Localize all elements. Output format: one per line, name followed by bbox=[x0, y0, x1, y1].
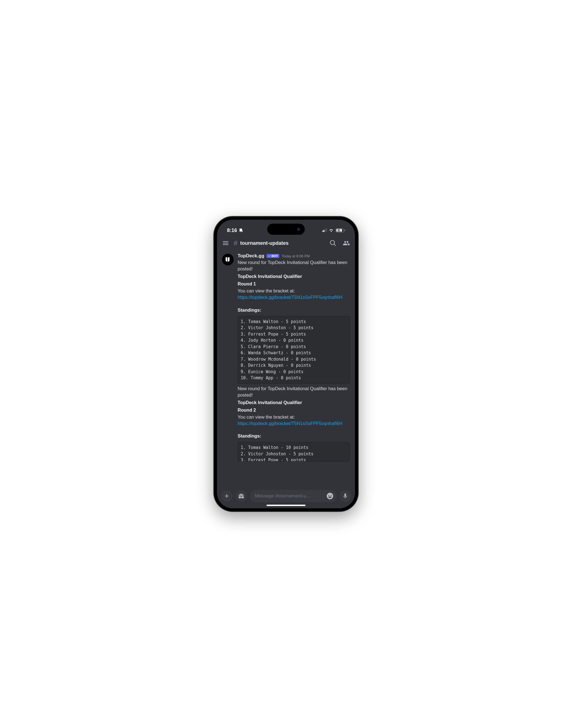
author-name[interactable]: TopDeck.gg bbox=[237, 253, 264, 259]
bracket-prefix: You can view the bracket at: bbox=[237, 288, 295, 293]
do-not-disturb-icon bbox=[239, 228, 243, 233]
message-content: TopDeck.gg BOT Today at 8:06 PM New roun… bbox=[237, 253, 350, 463]
channel-header: # tournament-updates bbox=[217, 236, 355, 250]
attach-button[interactable] bbox=[221, 490, 232, 502]
message-timestamp: Today at 8:06 PM bbox=[282, 254, 310, 258]
header-actions bbox=[330, 240, 350, 247]
phone-frame: 8:16 81 bbox=[214, 217, 358, 511]
standings-block: 1. Tomas Walton - 10 points 2. Victor Jo… bbox=[237, 442, 350, 462]
standings-label: Standings: bbox=[237, 307, 350, 313]
battery-percent: 81 bbox=[336, 229, 342, 232]
channel-title[interactable]: # tournament-updates bbox=[234, 239, 325, 247]
status-time: 8:16 bbox=[227, 228, 237, 233]
menu-icon[interactable] bbox=[222, 240, 229, 247]
dynamic-island bbox=[267, 224, 305, 235]
bracket-line: You can view the bracket at: https://top… bbox=[237, 288, 350, 301]
bot-badge-label: BOT bbox=[272, 254, 278, 258]
standings-label: Standings: bbox=[237, 433, 350, 439]
author-line: TopDeck.gg BOT Today at 8:06 PM bbox=[237, 253, 350, 259]
round-label: Round 1 bbox=[237, 281, 350, 287]
bracket-line: You can view the bracket at: https://top… bbox=[237, 414, 350, 427]
standings-block: 1. Tomas Walton - 5 points 2. Victor Joh… bbox=[237, 316, 350, 384]
messages-area[interactable]: TopDeck.gg BOT Today at 8:06 PM New roun… bbox=[217, 250, 355, 487]
bracket-link[interactable]: https://topdeck.gg/bracket/T5N1sSsFPF5vq… bbox=[237, 295, 343, 300]
message-row: TopDeck.gg BOT Today at 8:06 PM New roun… bbox=[222, 253, 350, 463]
status-left: 8:16 bbox=[227, 228, 243, 233]
status-right: 81 bbox=[323, 228, 345, 233]
bracket-link[interactable]: https://topdeck.gg/bracket/T5N1sSsFPF5vq… bbox=[237, 421, 343, 426]
round-intro: New round for TopDeck Invitational Quali… bbox=[237, 385, 350, 398]
tournament-title: TopDeck Invitational Qualifier bbox=[237, 400, 350, 406]
bracket-prefix: You can view the bracket at: bbox=[237, 414, 295, 419]
bot-badge: BOT bbox=[267, 254, 279, 258]
channel-name-text: tournament-updates bbox=[240, 240, 288, 246]
home-indicator[interactable] bbox=[267, 505, 305, 506]
wifi-icon bbox=[329, 229, 334, 232]
tournament-title: TopDeck Invitational Qualifier bbox=[237, 273, 350, 280]
message-input-placeholder: Message #tournament-u… bbox=[255, 493, 324, 499]
phone-screen: 8:16 81 bbox=[217, 220, 355, 508]
voice-button[interactable] bbox=[340, 490, 351, 502]
hash-icon: # bbox=[234, 239, 237, 247]
cellular-signal-icon bbox=[323, 229, 327, 232]
battery-indicator: 81 bbox=[336, 228, 345, 233]
avatar[interactable] bbox=[222, 254, 234, 265]
gift-button[interactable] bbox=[235, 490, 247, 502]
round-intro: New round for TopDeck Invitational Quali… bbox=[237, 259, 350, 272]
emoji-icon[interactable] bbox=[326, 492, 334, 500]
message-input[interactable]: Message #tournament-u… bbox=[250, 490, 337, 502]
round-label: Round 2 bbox=[237, 407, 350, 413]
members-icon[interactable] bbox=[343, 240, 350, 247]
search-icon[interactable] bbox=[330, 240, 337, 247]
